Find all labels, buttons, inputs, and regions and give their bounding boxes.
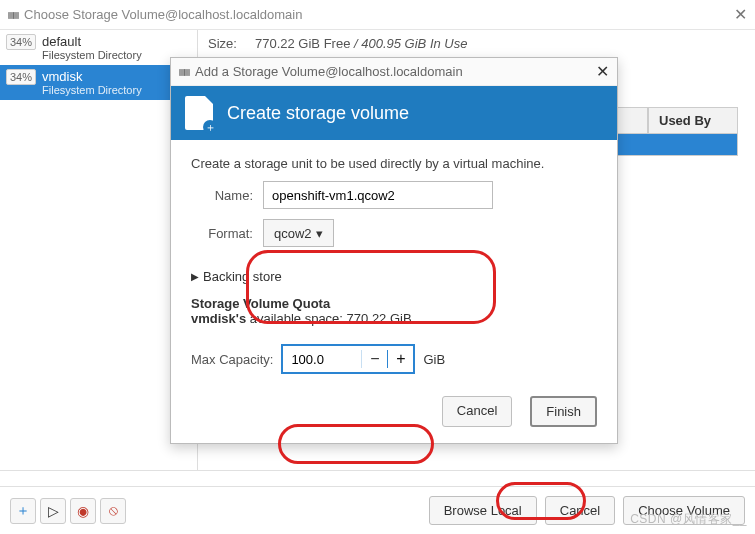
capacity-spinbox[interactable]: − +	[281, 344, 415, 374]
modal-intro: Create a storage unit to be used directl…	[191, 156, 597, 171]
format-value: qcow2	[274, 226, 312, 241]
start-pool-button[interactable]: ▷	[40, 498, 66, 524]
capacity-input[interactable]	[283, 346, 361, 372]
plus-icon: ＋	[16, 502, 30, 520]
stop-pool-button[interactable]: ◉	[70, 498, 96, 524]
add-pool-button[interactable]: ＋	[10, 498, 36, 524]
quota-line: vmdisk's available space: 770.22 GiB	[191, 311, 597, 326]
name-label: Name:	[191, 188, 253, 203]
bottom-toolbar: ＋ ▷ ◉ ⦸ Browse Local Cancel Choose Volum…	[0, 486, 755, 534]
chevron-down-icon: ▾	[316, 226, 323, 241]
parent-window-title: Choose Storage Volume@localhost.localdom…	[24, 7, 302, 22]
format-label: Format:	[191, 226, 253, 241]
cancel-button[interactable]: Cancel	[545, 496, 615, 525]
modal-titlebar: ▥▥ Add a Storage Volume@localhost.locald…	[171, 58, 617, 86]
modal-finish-button[interactable]: Finish	[530, 396, 597, 427]
pool-usage-pct: 34%	[6, 34, 36, 50]
capacity-label: Max Capacity:	[191, 352, 273, 367]
pool-name: default	[42, 34, 142, 49]
quota-pool-name: vmdisk's	[191, 311, 246, 326]
pool-usage-pct: 34%	[6, 69, 36, 85]
col-usedby[interactable]: Used By	[648, 107, 738, 134]
size-used: 400.95 GiB In Use	[361, 36, 467, 51]
quota-title: Storage Volume Quota	[191, 296, 597, 311]
add-volume-dialog: ▥▥ Add a Storage Volume@localhost.locald…	[170, 57, 618, 444]
play-icon: ▷	[48, 503, 59, 519]
pool-sidebar: 34% default Filesystem Directory 34% vmd…	[0, 30, 198, 470]
size-label: Size:	[208, 36, 237, 51]
minus-button[interactable]: −	[361, 350, 387, 368]
format-dropdown[interactable]: qcow2 ▾	[263, 219, 334, 247]
modal-close-icon[interactable]: ✕	[596, 62, 609, 81]
delete-icon: ⦸	[109, 502, 118, 519]
new-file-icon: ＋	[185, 96, 213, 130]
capacity-unit: GiB	[423, 352, 445, 367]
modal-cancel-button[interactable]: Cancel	[442, 396, 512, 427]
choose-volume-button[interactable]: Choose Volume	[623, 496, 745, 525]
delete-pool-button[interactable]: ⦸	[100, 498, 126, 524]
pool-item-default[interactable]: 34% default Filesystem Directory	[0, 30, 197, 65]
size-line: Size: 770.22 GiB Free / 400.95 GiB In Us…	[208, 36, 745, 51]
modal-banner-title: Create storage volume	[227, 103, 409, 124]
quota-available: available space: 770.22 GiB	[246, 311, 412, 326]
pool-item-vmdisk[interactable]: 34% vmdisk Filesystem Directory	[0, 65, 197, 100]
parent-titlebar: ▥▥ Choose Storage Volume@localhost.local…	[0, 0, 755, 30]
plus-button[interactable]: +	[387, 350, 413, 368]
parent-close-icon[interactable]: ✕	[734, 5, 747, 24]
record-icon: ◉	[77, 503, 89, 519]
pool-type: Filesystem Directory	[42, 49, 142, 61]
pool-type: Filesystem Directory	[42, 84, 142, 96]
modal-banner: ＋ Create storage volume	[171, 86, 617, 140]
app-logo: ▥▥	[179, 66, 189, 77]
backing-store-expander[interactable]: ▶ Backing store	[191, 269, 597, 284]
triangle-right-icon: ▶	[191, 271, 199, 282]
modal-window-title: Add a Storage Volume@localhost.localdoma…	[195, 64, 463, 79]
size-free: 770.22 GiB Free	[255, 36, 350, 51]
app-logo: ▥▥	[8, 9, 18, 20]
browse-local-button[interactable]: Browse Local	[429, 496, 537, 525]
name-input[interactable]	[263, 181, 493, 209]
pool-name: vmdisk	[42, 69, 142, 84]
backing-store-label: Backing store	[203, 269, 282, 284]
